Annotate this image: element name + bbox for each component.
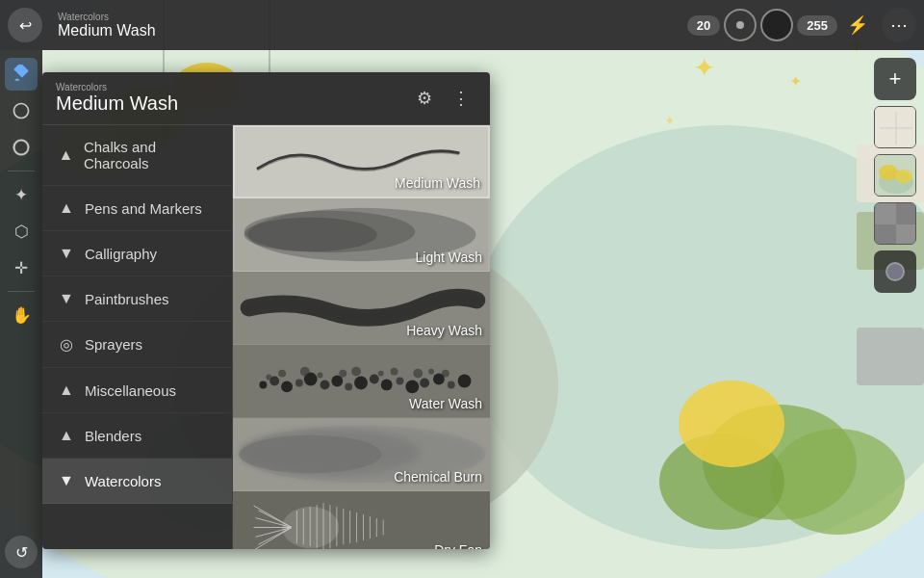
svg-point-56 <box>448 381 455 389</box>
brush-more-button[interactable]: ⋮ <box>446 83 476 114</box>
brush-panel-category: Watercolors <box>56 82 178 92</box>
svg-point-48 <box>345 382 352 390</box>
undo-button[interactable]: ↩ <box>8 8 42 42</box>
dry-fan-name: Dry Fan <box>434 542 482 549</box>
tool-divider-2 <box>8 291 35 292</box>
eraser-tool-button[interactable] <box>5 131 38 164</box>
heavy-wash-name: Heavy Wash <box>406 323 482 338</box>
calligraphy-icon: ▼ <box>58 245 75 262</box>
svg-point-59 <box>278 370 286 378</box>
chalks-icon: ▲ <box>58 146 74 164</box>
svg-rect-32 <box>875 203 896 224</box>
svg-point-43 <box>281 381 293 393</box>
svg-point-62 <box>339 370 346 378</box>
opacity-badge[interactable]: 255 <box>797 15 837 36</box>
brush-panel-actions: ⚙ ⋮ <box>409 83 476 114</box>
svg-point-41 <box>259 381 267 389</box>
layer-thumb-1[interactable] <box>874 106 916 148</box>
category-item-paintbrushes[interactable]: ▼ Paintbrushes <box>42 276 232 322</box>
svg-rect-92 <box>363 514 364 541</box>
svg-rect-95 <box>383 520 384 536</box>
brush-picker-panel: Watercolors Medium Wash ⚙ ⋮ ▲ Chalks and… <box>42 72 490 549</box>
svg-point-68 <box>442 370 449 378</box>
layer-thumb-2[interactable] <box>874 154 916 197</box>
size-badge[interactable]: 20 <box>687 15 720 36</box>
svg-point-54 <box>420 379 429 388</box>
watercolors-icon: ▼ <box>58 472 75 489</box>
brush-panel-body: ▲ Chalks and Charcoals ▲ Pens and Marker… <box>42 125 490 549</box>
misc-icon: ▲ <box>58 381 75 399</box>
gesture-button[interactable]: ✋ <box>5 299 38 331</box>
svg-rect-33 <box>896 224 916 245</box>
svg-point-60 <box>300 367 310 377</box>
svg-point-44 <box>295 380 303 387</box>
brush-item-water-wash[interactable]: Water Wash <box>233 345 490 418</box>
category-item-calligraphy[interactable]: ▼ Calligraphy <box>42 231 232 276</box>
svg-point-57 <box>458 375 472 388</box>
smudge-tool-button[interactable] <box>5 94 38 127</box>
brush-panel-header: Watercolors Medium Wash ⚙ ⋮ <box>42 72 490 125</box>
brush-name-label: Medium Wash <box>58 22 687 39</box>
svg-point-53 <box>405 381 419 394</box>
category-item-miscellaneous[interactable]: ▲ Miscellaneous <box>42 368 232 413</box>
brush-item-medium-wash[interactable]: Medium Wash <box>233 125 490 198</box>
adjustments-button[interactable]: ✦ <box>5 178 38 211</box>
paintbrushes-label: Paintbrushes <box>85 291 169 307</box>
brush-panel-title-area: Watercolors Medium Wash <box>56 82 178 115</box>
brush-size-circle-large[interactable] <box>760 9 793 41</box>
brush-item-chemical-burn[interactable]: Chemical Burn <box>233 418 490 491</box>
brush-item-dry-fan[interactable]: Dry Fan <box>233 491 490 549</box>
toolbar-controls: 20 255 ⚡ ⋯ <box>687 8 916 42</box>
svg-rect-93 <box>370 516 371 539</box>
svg-point-52 <box>397 378 404 385</box>
svg-rect-74 <box>235 491 488 549</box>
light-wash-name: Light Wash <box>415 250 482 265</box>
top-toolbar: ↩ Watercolors Medium Wash 20 255 ⚡ ⋯ <box>0 0 924 50</box>
selection-button[interactable]: ⬡ <box>5 215 38 248</box>
brush-item-light-wash[interactable]: Light Wash <box>233 198 490 272</box>
add-layer-button[interactable]: + <box>874 58 916 100</box>
svg-point-63 <box>351 367 361 377</box>
transform-button[interactable]: ✛ <box>5 251 38 284</box>
svg-point-51 <box>381 380 393 391</box>
svg-point-30 <box>895 170 912 183</box>
svg-point-50 <box>370 375 379 384</box>
svg-point-17 <box>679 381 784 467</box>
right-sidebar: + <box>866 50 924 578</box>
brush-settings-button[interactable]: ⚙ <box>409 83 440 114</box>
color-dot <box>886 262 905 281</box>
category-item-chalks[interactable]: ▲ Chalks and Charcoals <box>42 125 232 186</box>
svg-point-46 <box>321 381 330 390</box>
bottom-undo-button[interactable]: ↺ <box>5 536 38 568</box>
misc-label: Miscellaneous <box>85 382 176 399</box>
category-item-watercolors[interactable]: ▼ Watercolors <box>42 459 232 504</box>
smudge-tool-icon[interactable]: ⚡ <box>841 9 874 41</box>
category-item-blenders[interactable]: ▲ Blenders <box>42 413 232 459</box>
blenders-icon: ▲ <box>58 427 75 444</box>
chemical-burn-name: Chemical Burn <box>394 469 482 485</box>
brush-item-heavy-wash[interactable]: Heavy Wash <box>233 272 490 345</box>
svg-point-29 <box>879 165 898 180</box>
pens-icon: ▲ <box>58 199 75 217</box>
paintbrushes-icon: ▼ <box>58 290 75 307</box>
layer-thumb-3[interactable] <box>874 202 916 245</box>
svg-text:✦: ✦ <box>693 53 715 83</box>
svg-rect-91 <box>356 512 357 543</box>
brush-size-circle-small[interactable] <box>724 9 757 41</box>
toolbar-more-button[interactable]: ⋯ <box>882 8 916 42</box>
category-list: ▲ Chalks and Charcoals ▲ Pens and Marker… <box>42 125 233 549</box>
svg-text:✦: ✦ <box>664 113 676 128</box>
brush-category-label: Watercolors <box>58 12 687 22</box>
water-wash-name: Water Wash <box>409 396 482 411</box>
sprayers-icon: ◎ <box>58 335 75 354</box>
category-item-pens[interactable]: ▲ Pens and Markers <box>42 186 232 231</box>
color-picker-button[interactable] <box>874 250 916 293</box>
svg-rect-94 <box>376 518 377 538</box>
svg-point-61 <box>318 373 323 379</box>
brush-label: Watercolors Medium Wash <box>50 12 687 39</box>
chalks-label: Chalks and Charcoals <box>84 139 217 171</box>
brush-tool-button[interactable] <box>5 58 38 91</box>
category-item-sprayers[interactable]: ◎ Sprayers <box>42 322 232 368</box>
medium-wash-name: Medium Wash <box>395 175 480 191</box>
svg-rect-89 <box>343 509 344 545</box>
